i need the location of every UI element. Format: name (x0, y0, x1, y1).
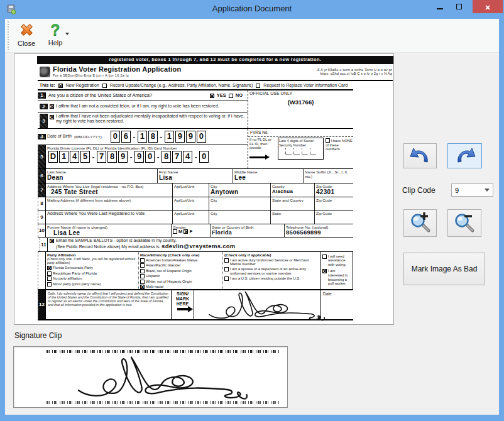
zip-label: Zip Code (316, 184, 352, 189)
minimize-button[interactable] (431, 0, 449, 13)
checkbox-felon (50, 104, 54, 109)
clip-code-value: 9 (452, 187, 485, 194)
maximize-button[interactable] (450, 0, 468, 13)
official-use-title: OFFICIAL USE ONLY (248, 90, 353, 97)
scan-noise-bottom (47, 401, 280, 404)
toolbar-grip[interactable] (8, 21, 9, 50)
toolbar-help-button[interactable]: ? Help (41, 21, 69, 52)
clip-code-label: Clip Code (402, 186, 436, 195)
dl-value: D1 45 - 78 9 - 90 - 87 (46, 151, 248, 163)
checkbox-no (229, 94, 233, 98)
checkbox-email (50, 239, 54, 243)
toolbar-close-label: Close (18, 40, 35, 47)
row-number: 5 (38, 145, 46, 168)
checkbox-female (184, 229, 188, 234)
form-title: Florida Voter Registration Application (53, 65, 181, 74)
checkbox-race-1 (140, 263, 145, 268)
checkbox-pollworker (322, 269, 327, 273)
clip-code-select[interactable]: 9 (451, 183, 493, 197)
official-use-code: (W31766) (248, 99, 353, 106)
right-arrow-icon (249, 156, 266, 158)
option-label: Record Update/Change (e.g., Address, Par… (110, 83, 253, 88)
zip-value: 42301 (316, 189, 352, 196)
checkbox-race-3 (140, 274, 145, 278)
rotate-right-button[interactable] (447, 143, 482, 168)
help-icon: ? (50, 21, 60, 38)
signature-stroke (47, 353, 278, 401)
row-oath: 12 Oath: I do solemnly swear (or affirm)… (38, 290, 353, 319)
option-label: New Registration (66, 83, 99, 88)
city-label: City (211, 211, 269, 216)
checkbox-race-5 (140, 285, 145, 289)
city-label: City (211, 184, 269, 189)
row-mental-affirm: 3 I affirm that I have not been adjudica… (38, 112, 248, 128)
mark-image-as-bad-button[interactable]: Mark Image As Bad (403, 253, 485, 285)
row-last-registered: 9 Address Where You Were Last Registered… (38, 210, 353, 224)
row-number: 2 (40, 104, 48, 109)
rotate-left-button[interactable] (403, 143, 437, 168)
row-number (38, 252, 46, 289)
middle-name-label: Middle Name (234, 170, 302, 174)
party-title: Party Affiliation (47, 253, 137, 257)
zone-identity: 4 Date of Birth (MM-DD-YYYY) 06 - 18 - 1… (38, 129, 353, 169)
close-window-button[interactable] (473, 0, 503, 13)
row-number: 11 (40, 238, 48, 251)
yes-label: YES (217, 93, 226, 99)
toolbar-close-button[interactable]: Close (13, 21, 40, 52)
former-name-label: Former Name (if name is changed) (47, 225, 170, 229)
signature-clip-image (47, 350, 280, 405)
close-window-icon (485, 1, 490, 13)
county-label: County (272, 184, 313, 189)
party-affiliation-section: Party Affiliation (Check only one. If le… (46, 252, 138, 289)
row-number: 1 (38, 92, 46, 98)
checkbox-app-0 (224, 258, 229, 263)
row-name: 6 Last Name Dean First Name Lisa Middle … (38, 169, 353, 183)
checkbox-race-0 (140, 258, 145, 263)
sections-row: Party Affiliation (Check only one. If le… (38, 252, 353, 290)
middle-name-value: Lee (234, 174, 302, 182)
row-number: 6 (38, 169, 46, 183)
city-value: Anytown (211, 189, 269, 196)
race-section: Race/Ethnicity (Check only one) American… (138, 252, 222, 289)
assist-section: I will need assistance with voting. I am… (320, 252, 353, 289)
suffix-label: Name Suffix (Jr., Sr., I, II, etc.) (305, 170, 352, 178)
dob-hint: (MM-DD-YYYY) (73, 134, 103, 139)
row-felon-affirm: 2 I affirm that I am not a convicted fel… (38, 101, 248, 112)
former-name-value: Lisa Lee (47, 229, 170, 237)
checkbox-assist (322, 254, 327, 259)
birth-place-value: Florida (212, 229, 283, 236)
checkbox-record-update (102, 84, 107, 88)
row-citizen: 1 Are you a citizen of the United States… (38, 90, 248, 101)
first-name-value: Lisa (159, 174, 231, 182)
checkbox-none (326, 138, 330, 143)
row-dob: 4 Date of Birth (MM-DD-YYYY) 06 - 18 - 1… (38, 129, 248, 145)
phone-value: 8506569899 (286, 229, 352, 236)
race-title: Race/Ethnicity (Check only one) (140, 253, 221, 257)
form-header: Florida Voter Registration Application F… (37, 64, 393, 80)
document-viewer[interactable]: registered voter, boxes 1 through 7, and… (14, 53, 394, 325)
last-registered-label: Address Where You Were Last Registered t… (47, 211, 171, 216)
checkbox-app-2 (224, 276, 229, 281)
birth-place-label: State or Country of Birth (212, 225, 283, 229)
row-number: 12 (38, 290, 46, 319)
row-dl-number: 5 Florida Driver License (FL DL) or Flor… (38, 145, 248, 168)
form-table: 1 Are you a citizen of the United States… (38, 89, 353, 320)
rotate-right-icon (454, 146, 476, 165)
mental-text: I affirm that I have not been adjudicate… (56, 114, 244, 128)
minimize-icon (437, 8, 443, 9)
zip-label: Zip Code (316, 198, 352, 202)
zoom-out-button[interactable] (447, 209, 481, 237)
form-signature (194, 290, 320, 319)
scan-noise-top (47, 350, 280, 353)
zip-label: Zip Code (316, 211, 352, 216)
checkbox-party-none (47, 276, 52, 281)
no-label: NO (236, 93, 243, 99)
first-name-label: First Name (159, 170, 231, 174)
row-number: 10 (38, 224, 46, 237)
signature-clip-label: Signature Clip (14, 331, 62, 340)
row-mailing: 8 Mailing Address (if different from add… (38, 197, 353, 210)
checkbox-party-rep (47, 271, 52, 276)
zoom-in-button[interactable] (403, 209, 437, 237)
help-dropdown-icon[interactable] (65, 33, 69, 35)
ssn-comb (279, 148, 322, 155)
